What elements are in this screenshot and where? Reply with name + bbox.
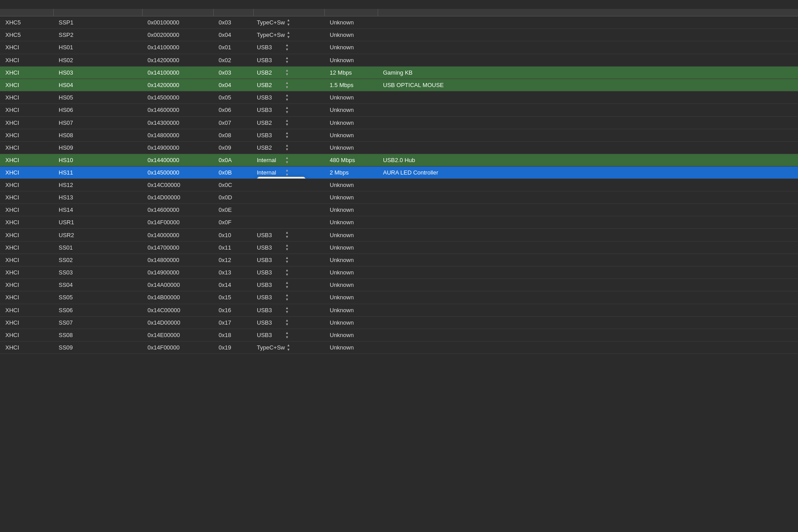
connector-stepper[interactable]: ▲▼ bbox=[285, 331, 289, 339]
cell-device bbox=[378, 41, 798, 54]
connector-stepper[interactable]: ▲▼ bbox=[285, 43, 289, 52]
cell-connector[interactable]: USB3▲▼ bbox=[253, 241, 324, 254]
cell-port: 0x0B bbox=[213, 167, 253, 179]
cell-connector[interactable]: USB3▲▼ bbox=[253, 91, 324, 104]
cell-connector[interactable]: USB3▲▼ bbox=[253, 229, 324, 241]
cell-device bbox=[378, 179, 798, 191]
cell-device: Gaming KB bbox=[378, 66, 798, 79]
cell-connector[interactable]: USB3▲▼ bbox=[253, 304, 324, 316]
cell-name: SS06 bbox=[53, 304, 142, 316]
cell-name: HS04 bbox=[53, 79, 142, 91]
cell-dev-speed: Unknown bbox=[324, 41, 378, 54]
connector-stepper[interactable]: ▲▼ bbox=[285, 268, 289, 277]
connector-stepper[interactable]: ▲▼ bbox=[285, 256, 289, 264]
cell-connector[interactable]: USB3▲▼ bbox=[253, 41, 324, 54]
table-row: XHCISS060x14C000000x16USB3▲▼Unknown bbox=[0, 304, 798, 316]
connector-stepper[interactable]: ▲▼ bbox=[285, 119, 289, 127]
connector-stepper[interactable]: ▲▼ bbox=[285, 143, 289, 152]
cell-location-id: 0x14900000 bbox=[142, 266, 213, 279]
cell-connector[interactable] bbox=[253, 204, 324, 216]
table-row: XHCIHS090x149000000x09USB2▲▼Unknown bbox=[0, 141, 798, 154]
cell-name: HS03 bbox=[53, 66, 142, 79]
connector-value: USB2 bbox=[257, 119, 283, 126]
cell-dev-speed: 12 Mbps bbox=[324, 66, 378, 79]
cell-connector[interactable]: USB3▲▼ bbox=[253, 279, 324, 291]
table-row: XHCISS070x14D000000x17USB3▲▼Unknown bbox=[0, 316, 798, 329]
cell-port: 0x02 bbox=[213, 54, 253, 66]
cell-device bbox=[378, 304, 798, 316]
cell-device bbox=[378, 329, 798, 341]
connector-value: USB3 bbox=[257, 244, 283, 251]
connector-stepper[interactable]: ▲▼ bbox=[285, 81, 289, 89]
cell-connector[interactable]: USB3▲▼ bbox=[253, 104, 324, 116]
cell-connector[interactable]: USB3▲▼ bbox=[253, 316, 324, 329]
cell-connector[interactable]: TypeC+Sw▲▼ bbox=[253, 16, 324, 29]
connector-value: USB3 bbox=[257, 232, 283, 238]
cell-dev-speed: Unknown bbox=[324, 116, 378, 129]
table-wrapper[interactable]: XHC5SSP10x001000000x03TypeC+Sw▲▼UnknownX… bbox=[0, 9, 798, 354]
cell-connector[interactable]: USB3▲▼ bbox=[253, 129, 324, 141]
cell-connector[interactable]: USB3▲▼ bbox=[253, 329, 324, 341]
connector-dropdown-container[interactable]: Internal▲▼USB2USB3TypeC+SwTypeCInternal bbox=[257, 168, 289, 177]
cell-dev-speed: 2 Mbps bbox=[324, 167, 378, 179]
cell-connector[interactable]: TypeC+Sw▲▼ bbox=[253, 341, 324, 354]
cell-type: XHCI bbox=[0, 104, 53, 116]
table-row: XHCIHS030x141000000x03USB2▲▼12 MbpsGamin… bbox=[0, 66, 798, 79]
cell-type: XHCI bbox=[0, 129, 53, 141]
cell-connector[interactable] bbox=[253, 216, 324, 229]
cell-connector[interactable]: Internal▲▼ bbox=[253, 154, 324, 167]
cell-type: XHCI bbox=[0, 141, 53, 154]
cell-connector[interactable]: USB2▲▼ bbox=[253, 141, 324, 154]
table-row: XHC5SSP20x002000000x04TypeC+Sw▲▼Unknown bbox=[0, 29, 798, 41]
cell-name: HS07 bbox=[53, 116, 142, 129]
connector-stepper[interactable]: ▲▼ bbox=[285, 156, 289, 164]
connector-stepper[interactable]: ▲▼ bbox=[285, 318, 289, 327]
cell-connector[interactable]: USB3▲▼ bbox=[253, 266, 324, 279]
connector-value: USB3 bbox=[257, 269, 283, 276]
connector-stepper[interactable]: ▲▼ bbox=[285, 93, 289, 102]
dropdown-option[interactable]: USB2 bbox=[257, 177, 305, 179]
connector-value: USB3 bbox=[257, 332, 283, 338]
connector-stepper[interactable]: ▲▼ bbox=[285, 106, 289, 114]
cell-connector[interactable]: Internal▲▼USB2USB3TypeC+SwTypeCInternal bbox=[253, 167, 324, 179]
cell-name: SSP2 bbox=[53, 29, 142, 41]
connector-stepper[interactable]: ▲▼ bbox=[285, 68, 289, 77]
connector-stepper[interactable]: ▲▼ bbox=[287, 343, 290, 352]
cell-connector[interactable]: USB2▲▼ bbox=[253, 66, 324, 79]
table-row: XHCIHS050x145000000x05USB3▲▼Unknown bbox=[0, 91, 798, 104]
connector-stepper[interactable]: ▲▼ bbox=[285, 281, 289, 289]
connector-stepper[interactable]: ▲▼ bbox=[285, 230, 289, 239]
cell-connector[interactable]: USB3▲▼ bbox=[253, 54, 324, 66]
cell-connector[interactable]: USB2▲▼ bbox=[253, 116, 324, 129]
cell-type: XHCI bbox=[0, 254, 53, 266]
cell-connector[interactable]: USB3▲▼ bbox=[253, 291, 324, 304]
cell-name: HS05 bbox=[53, 91, 142, 104]
connector-stepper[interactable]: ▲▼ bbox=[287, 18, 290, 27]
connector-stepper[interactable]: ▲▼ bbox=[285, 56, 289, 64]
table-row: XHCISS050x14B000000x15USB3▲▼Unknown bbox=[0, 291, 798, 304]
cell-dev-speed: Unknown bbox=[324, 216, 378, 229]
cell-connector[interactable]: TypeC+Sw▲▼ bbox=[253, 29, 324, 41]
cell-dev-speed: Unknown bbox=[324, 304, 378, 316]
connector-stepper[interactable]: ▲▼ bbox=[285, 306, 289, 314]
cell-location-id: 0x14B00000 bbox=[142, 291, 213, 304]
cell-dev-speed: Unknown bbox=[324, 254, 378, 266]
connector-stepper[interactable]: ▲▼ bbox=[287, 31, 290, 39]
cell-connector[interactable]: USB3▲▼ bbox=[253, 254, 324, 266]
cell-name: USR1 bbox=[53, 216, 142, 229]
cell-port: 0x03 bbox=[213, 16, 253, 29]
cell-connector[interactable] bbox=[253, 191, 324, 204]
connector-stepper[interactable]: ▲▼ bbox=[285, 243, 289, 252]
cell-connector[interactable]: USB2▲▼ bbox=[253, 79, 324, 91]
cell-dev-speed: Unknown bbox=[324, 316, 378, 329]
connector-value: USB3 bbox=[257, 319, 283, 326]
connector-value: USB3 bbox=[257, 44, 283, 51]
col-header-connector bbox=[253, 9, 324, 16]
cell-type: XHCI bbox=[0, 329, 53, 341]
connector-stepper[interactable]: ▲▼ bbox=[285, 293, 289, 302]
cell-location-id: 0x00100000 bbox=[142, 16, 213, 29]
cell-connector[interactable] bbox=[253, 179, 324, 191]
table-row: XHCISS080x14E000000x18USB3▲▼Unknown bbox=[0, 329, 798, 341]
connector-stepper[interactable]: ▲▼ bbox=[285, 168, 289, 177]
connector-stepper[interactable]: ▲▼ bbox=[285, 131, 289, 139]
